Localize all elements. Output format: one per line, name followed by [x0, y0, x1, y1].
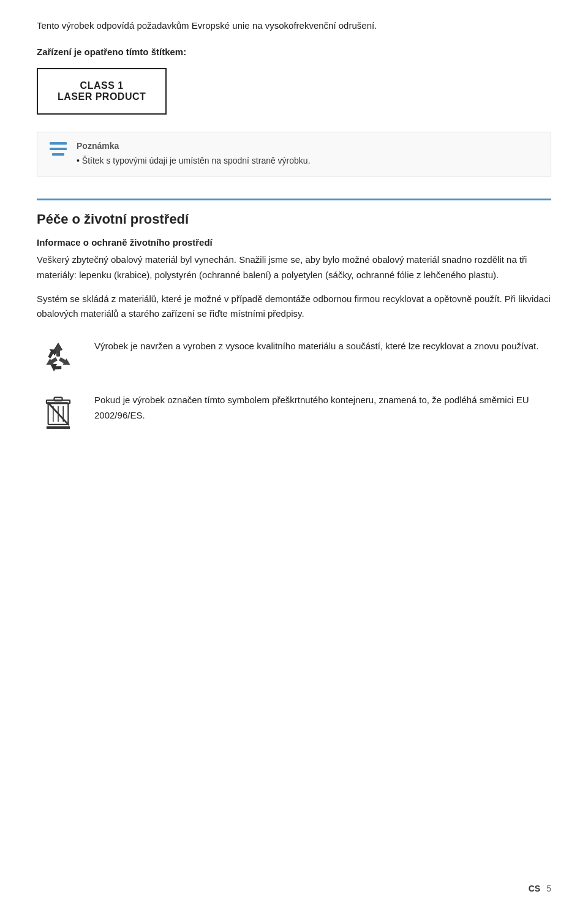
svg-rect-2: [54, 398, 62, 401]
note-bar-1: [50, 142, 67, 145]
note-icon: [48, 142, 68, 157]
para1: Veškerý zbytečný obalový materiál byl vy…: [37, 252, 551, 283]
laser-product-text: LASER PRODUCT: [58, 91, 146, 102]
recycle-text: Výrobek je navržen a vyroben z vysoce kv…: [94, 339, 551, 354]
note-box: Poznámka Štítek s typovými údaji je umís…: [37, 132, 551, 176]
page-number: 5: [546, 884, 551, 893]
subsection-heading: Informace o ochraně životního prostředí: [37, 237, 551, 248]
note-bullet: Štítek s typovými údaji je umístěn na sp…: [77, 154, 311, 167]
recycle-icon: [37, 339, 80, 376]
page-lang: CS: [529, 884, 540, 893]
label-heading: Zařízení je opatřeno tímto štítkem:: [37, 47, 551, 57]
recycle-block: Výrobek je navržen a vyroben z vysoce kv…: [37, 339, 551, 376]
note-bar-3: [52, 153, 64, 156]
weee-block: Pokud je výrobek označen tímto symbolem …: [37, 393, 551, 430]
weee-icon: [37, 393, 80, 430]
note-bar-2: [50, 148, 67, 150]
svg-rect-7: [47, 426, 70, 429]
page-footer: CS 5: [529, 884, 551, 893]
laser-label-box: CLASS 1 LASER PRODUCT: [37, 68, 167, 115]
note-content: Poznámka Štítek s typovými údaji je umís…: [77, 141, 311, 167]
section-divider: [37, 199, 551, 200]
note-title: Poznámka: [77, 141, 311, 151]
para2: Systém se skládá z materiálů, které je m…: [37, 292, 551, 322]
weee-text: Pokud je výrobek označen tímto symbolem …: [94, 393, 551, 423]
note-body: Štítek s typovými údaji je umístěn na sp…: [77, 154, 311, 167]
compliance-text: Tento výrobek odpovídá požadavkům Evrops…: [37, 18, 551, 33]
laser-class1-text: CLASS 1: [58, 80, 146, 91]
section-heading: Péče o životní prostředí: [37, 211, 551, 227]
